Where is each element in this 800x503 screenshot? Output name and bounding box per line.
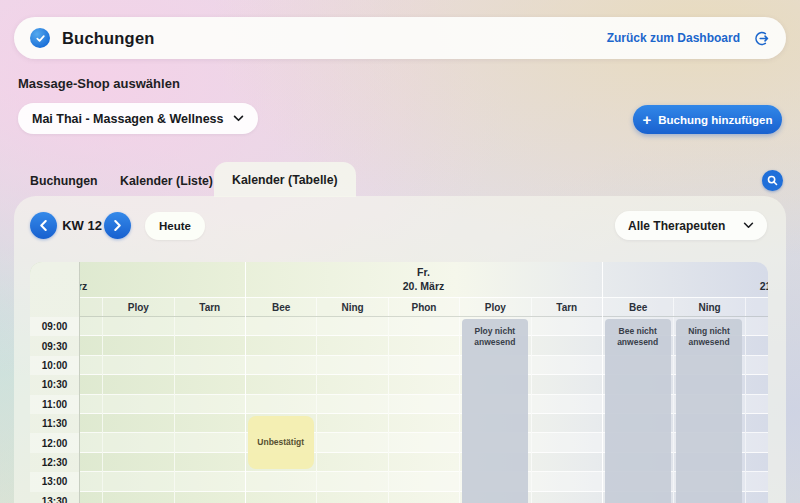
therapist-day-column [531, 317, 602, 503]
calendar-cell[interactable] [746, 433, 768, 452]
calendar-cell[interactable] [175, 433, 245, 452]
search-icon [767, 175, 778, 186]
calendar-cell[interactable] [175, 414, 245, 433]
calendar-cell[interactable] [317, 336, 387, 355]
calendar-cell[interactable] [175, 492, 245, 503]
calendar-cell[interactable] [389, 472, 459, 491]
therapist-header-row: BeeNingPhonPloyTarn [602, 297, 768, 317]
therapist-day-column [174, 317, 245, 503]
time-label: 09:30 [30, 336, 79, 355]
calendar-cell[interactable] [532, 336, 602, 355]
therapist-day-column [102, 317, 173, 503]
calendar-cell[interactable] [103, 472, 173, 491]
calendar-cell[interactable] [746, 356, 768, 375]
booking-pending[interactable]: Unbestätigt [248, 416, 314, 469]
calendar-cell[interactable] [175, 317, 245, 336]
calendar-panel: KW 12 Heute Alle Therapeuten Do.19. März… [14, 196, 786, 503]
calendar-table[interactable]: Do.19. MärzBeeNingPhonPloyTarnFr.20. Mär… [30, 262, 768, 503]
calendar-cell[interactable] [103, 453, 173, 472]
day-header-date: 20. März [403, 280, 444, 294]
therapist-day-column [745, 317, 768, 503]
calendar-cell[interactable] [532, 375, 602, 394]
calendar-cell[interactable] [317, 375, 387, 394]
back-to-dashboard-link[interactable]: Zurück zum Dashboard [607, 31, 740, 45]
prev-week-button[interactable] [30, 212, 57, 239]
calendar-cell[interactable] [317, 317, 387, 336]
time-label: 13:30 [30, 492, 79, 503]
time-gutter: 09:0009:3010:0010:3011:0011:3012:0012:30… [30, 262, 80, 503]
calendar-cell[interactable] [103, 336, 173, 355]
search-button[interactable] [762, 170, 783, 191]
tab-buchungen[interactable]: Buchungen [30, 174, 98, 188]
time-label: 09:00 [30, 317, 79, 336]
calendar-cell[interactable] [317, 433, 387, 452]
calendar-cell[interactable] [317, 472, 387, 491]
calendar-cell[interactable] [103, 414, 173, 433]
next-week-button[interactable] [104, 212, 131, 239]
calendar-cell[interactable] [246, 317, 316, 336]
absence-block: Bee nicht anwesend [605, 319, 671, 503]
therapist-filter-select[interactable]: Alle Therapeuten [615, 211, 767, 240]
calendar-cell[interactable] [246, 356, 316, 375]
logout-icon[interactable] [753, 30, 770, 47]
calendar-cell[interactable] [532, 433, 602, 452]
calendar-cell[interactable] [317, 492, 387, 503]
calendar-cell[interactable] [246, 375, 316, 394]
calendar-cell[interactable] [175, 453, 245, 472]
calendar-cell[interactable] [746, 472, 768, 491]
time-label: 12:00 [30, 433, 79, 452]
calendar-cell[interactable] [746, 375, 768, 394]
calendar-cell[interactable] [103, 492, 173, 503]
shop-selector-label: Massage-Shop auswählen [18, 76, 180, 91]
calendar-cell[interactable] [317, 395, 387, 414]
calendar-cell[interactable] [389, 453, 459, 472]
calendar-cell[interactable] [175, 336, 245, 355]
calendar-cell[interactable] [389, 395, 459, 414]
calendar-cell[interactable] [389, 492, 459, 503]
calendar-cell[interactable] [389, 317, 459, 336]
calendar-cell[interactable] [746, 414, 768, 433]
calendar-cell[interactable] [746, 317, 768, 336]
calendar-cell[interactable] [103, 395, 173, 414]
calendar-cell[interactable] [175, 395, 245, 414]
calendar-cell[interactable] [317, 356, 387, 375]
calendar-grid: Do.19. MärzBeeNingPhonPloyTarnFr.20. Mär… [30, 262, 768, 503]
calendar-cell[interactable] [532, 472, 602, 491]
tab-kalender-liste[interactable]: Kalender (Liste) [120, 174, 213, 188]
therapist-column-header: Ning [316, 298, 387, 316]
calendar-cell[interactable] [246, 395, 316, 414]
calendar-cell[interactable] [746, 492, 768, 503]
calendar-cell[interactable] [317, 453, 387, 472]
calendar-cell[interactable] [389, 414, 459, 433]
calendar-cell[interactable] [389, 356, 459, 375]
calendar-cell[interactable] [175, 472, 245, 491]
calendar-cell[interactable] [103, 317, 173, 336]
calendar-cell[interactable] [103, 433, 173, 452]
calendar-cell[interactable] [532, 492, 602, 503]
shop-select[interactable]: Mai Thai - Massagen & Wellness [18, 103, 258, 134]
calendar-cell[interactable] [389, 375, 459, 394]
calendar-cell[interactable] [746, 395, 768, 414]
calendar-cell[interactable] [532, 317, 602, 336]
calendar-cell[interactable] [103, 375, 173, 394]
calendar-cell[interactable] [175, 356, 245, 375]
calendar-cell[interactable] [246, 336, 316, 355]
calendar-cell[interactable] [317, 414, 387, 433]
time-gutter-header [30, 262, 79, 317]
calendar-cell[interactable] [246, 492, 316, 503]
add-booking-button[interactable]: + Buchung hinzufügen [633, 105, 782, 134]
calendar-cell[interactable] [389, 336, 459, 355]
calendar-cell[interactable] [532, 453, 602, 472]
calendar-cell[interactable] [532, 414, 602, 433]
add-booking-label: Buchung hinzufügen [658, 114, 772, 126]
today-button[interactable]: Heute [145, 212, 205, 240]
calendar-cell[interactable] [532, 395, 602, 414]
calendar-cell[interactable] [746, 336, 768, 355]
calendar-cell[interactable] [389, 433, 459, 452]
calendar-cell[interactable] [103, 356, 173, 375]
calendar-cell[interactable] [175, 375, 245, 394]
calendar-cell[interactable] [532, 356, 602, 375]
tab-kalender-tabelle[interactable]: Kalender (Tabelle) [214, 162, 356, 197]
calendar-cell[interactable] [746, 453, 768, 472]
calendar-cell[interactable] [246, 472, 316, 491]
